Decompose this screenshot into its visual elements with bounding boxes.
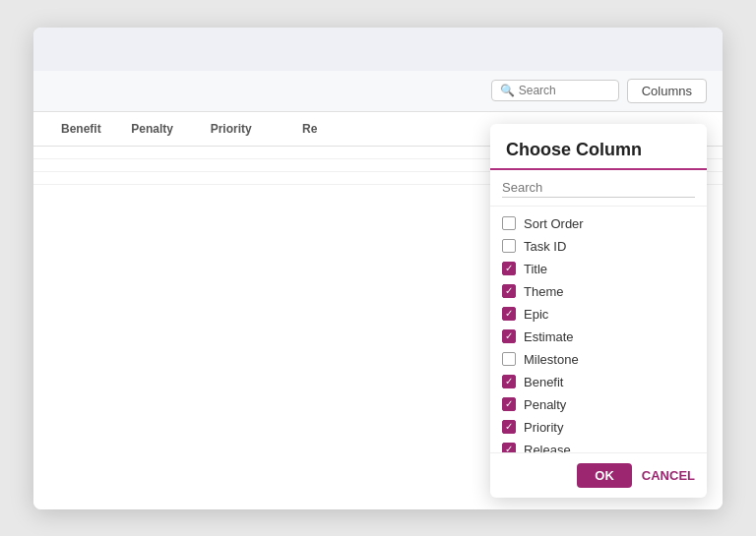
dropdown-item[interactable]: Priority (502, 416, 695, 439)
dropdown-item[interactable]: Penalty (502, 393, 695, 416)
column-label: Milestone (524, 352, 579, 367)
column-label: Theme (524, 284, 563, 299)
col-priority: Priority (192, 112, 271, 146)
column-label: Penalty (524, 397, 566, 412)
column-label: Release (524, 443, 571, 452)
checkbox-title[interactable] (502, 262, 516, 275)
dropdown-item[interactable]: Theme (502, 280, 695, 303)
column-label: Task ID (524, 239, 566, 254)
checkbox-benefit[interactable] (502, 375, 516, 388)
column-label: Priority (524, 420, 563, 435)
col-re: Re (271, 112, 349, 146)
dropdown-item[interactable]: Release (502, 439, 695, 452)
column-label: Benefit (524, 375, 563, 389)
dropdown-footer: OK CANCEL (490, 452, 707, 498)
checkbox-release[interactable] (502, 443, 516, 452)
dropdown-search-area (490, 170, 707, 207)
checkbox-milestone[interactable] (502, 352, 516, 366)
column-label: Epic (524, 307, 548, 322)
checkbox-estimate[interactable] (502, 329, 516, 343)
search-icon: 🔍 (500, 84, 515, 97)
window-header (33, 28, 723, 71)
dropdown-item[interactable]: Milestone (502, 348, 695, 371)
column-label: Title (524, 262, 547, 276)
dropdown-item[interactable]: Task ID (502, 235, 695, 258)
dropdown-item[interactable]: Epic (502, 303, 695, 326)
col-penalty: Penalty (113, 112, 192, 146)
dropdown-item[interactable]: Estimate (502, 326, 695, 348)
checkbox-penalty[interactable] (502, 397, 516, 411)
ok-button[interactable]: OK (577, 463, 632, 488)
dropdown-search-input[interactable] (502, 178, 695, 198)
main-window: 🔍 Columns Benefit Penalty Priority Re (33, 28, 723, 509)
dropdown-title: Choose Column (490, 124, 707, 170)
dropdown-item[interactable]: Title (502, 258, 695, 280)
column-label: Estimate (524, 329, 574, 344)
checkbox-sort-order[interactable] (502, 216, 516, 230)
search-input[interactable] (519, 84, 607, 97)
search-box[interactable]: 🔍 (491, 80, 619, 101)
columns-button[interactable]: Columns (627, 79, 707, 103)
dropdown-list: Sort OrderTask IDTitleThemeEpicEstimateM… (490, 207, 707, 452)
dropdown-item[interactable]: Sort Order (502, 212, 695, 235)
checkbox-priority[interactable] (502, 420, 516, 434)
toolbar: 🔍 Columns (33, 71, 723, 112)
checkbox-theme[interactable] (502, 284, 516, 298)
cancel-button[interactable]: CANCEL (642, 463, 695, 488)
col-benefit: Benefit (49, 112, 113, 146)
dropdown-item[interactable]: Benefit (502, 371, 695, 393)
choose-column-panel: Choose Column Sort OrderTask IDTitleThem… (490, 124, 707, 498)
column-label: Sort Order (524, 216, 584, 231)
checkbox-epic[interactable] (502, 307, 516, 321)
checkbox-task-id[interactable] (502, 239, 516, 253)
